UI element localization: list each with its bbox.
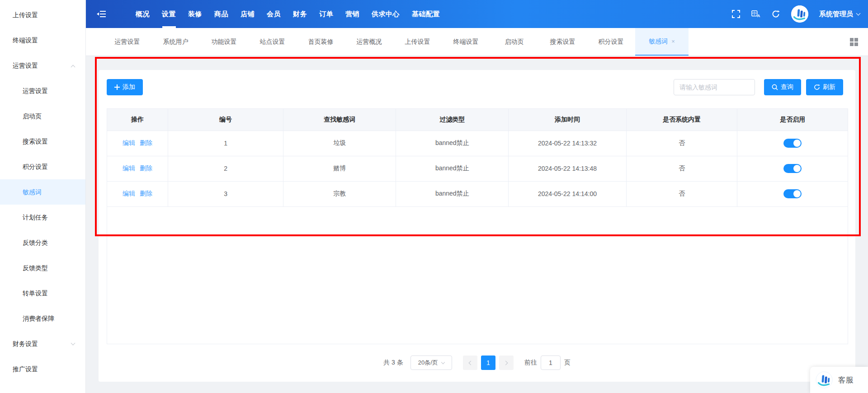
chevron-right-icon (503, 360, 508, 365)
tab-layout-grid-icon[interactable] (850, 38, 858, 46)
refresh-button-label: 刷新 (823, 83, 835, 91)
column-header-word: 查找敏感词 (283, 109, 396, 131)
nav-item-basic-config[interactable]: 基础配置 (412, 0, 440, 28)
column-header-filter-type: 过滤类型 (396, 109, 509, 131)
tab-operation-settings[interactable]: 运营设置 (103, 28, 151, 56)
cell-word: 宗教 (283, 181, 396, 206)
tab-search-settings[interactable]: 搜索设置 (538, 28, 587, 56)
svg-text:中: 中 (752, 11, 756, 16)
sidebar-item-terminal-settings[interactable]: 终端设置 (0, 28, 85, 53)
sidebar-item-feedback-type[interactable]: 反馈类型 (0, 255, 85, 281)
delete-link[interactable]: 删除 (140, 164, 152, 172)
nav-item-shops[interactable]: 店铺 (241, 0, 255, 28)
edit-link[interactable]: 编辑 (123, 139, 135, 146)
sidebar-item-label: 积分设置 (23, 163, 48, 170)
tab-system-users[interactable]: 系统用户 (151, 28, 200, 56)
edit-link[interactable]: 编辑 (123, 190, 135, 197)
cell-filter-type: banned禁止 (396, 131, 509, 156)
column-header-builtin: 是否系统内置 (626, 109, 737, 131)
tab-terminal-settings[interactable]: 终端设置 (442, 28, 490, 56)
enable-toggle[interactable] (783, 139, 802, 148)
chevron-down-icon (71, 341, 75, 346)
nav-item-overview[interactable]: 概况 (136, 0, 150, 28)
nav-item-marketing[interactable]: 营销 (345, 0, 359, 28)
sidebar-item-operation-settings[interactable]: 运营设置 (0, 78, 85, 103)
nav-item-settings[interactable]: 设置 (162, 0, 176, 28)
refresh-button[interactable]: 刷新 (806, 79, 843, 95)
delete-link[interactable]: 删除 (140, 190, 152, 197)
tab-site-settings[interactable]: 站点设置 (248, 28, 297, 56)
page-size-select[interactable]: 20条/页 (410, 356, 452, 370)
sidebar-item-label: 启动页 (23, 112, 42, 120)
goto-label: 前往 (524, 359, 537, 367)
refresh-icon (814, 84, 820, 90)
sidebar-item-finance-settings-group[interactable]: 财务设置 (0, 331, 85, 356)
sidebar-item-label: 反馈类型 (23, 264, 48, 271)
table-row: 编辑删除 1 垃圾 banned禁止 2024-05-22 14:13:32 否 (107, 131, 848, 156)
tab-operation-overview[interactable]: 运营概况 (345, 28, 393, 56)
sidebar-item-label: 终端设置 (13, 37, 38, 44)
tab-points-settings[interactable]: 积分设置 (587, 28, 635, 56)
sidebar-item-search-settings[interactable]: 搜索设置 (0, 129, 85, 154)
sidebar-item-upload-settings[interactable]: 上传设置 (0, 2, 85, 28)
sidebar-item-scheduled-tasks[interactable]: 计划任务 (0, 205, 85, 230)
edit-link[interactable]: 编辑 (123, 164, 135, 172)
support-logo-icon (816, 371, 833, 388)
tab-home-decoration[interactable]: 首页装修 (297, 28, 345, 56)
refresh-page-icon[interactable] (771, 9, 780, 19)
support-label: 客服 (838, 375, 854, 385)
content-card: 添加 查询 刷新 (99, 70, 855, 382)
sidebar-item-launch-page[interactable]: 启动页 (0, 103, 85, 129)
sidebar-item-consumer-protection[interactable]: 消费者保障 (0, 306, 85, 331)
user-menu[interactable]: 系统管理员 (819, 10, 860, 19)
query-button[interactable]: 查询 (764, 79, 801, 95)
sidebar-item-label: 上传设置 (13, 11, 38, 19)
close-tab-icon[interactable]: × (671, 38, 675, 45)
prev-page-button[interactable] (463, 356, 477, 370)
sidebar-item-feedback-category[interactable]: 反馈分类 (0, 230, 85, 255)
sidebar-item-points-settings[interactable]: 积分设置 (0, 154, 85, 179)
next-page-button[interactable] (499, 356, 514, 370)
sidebar-item-operation-settings-group[interactable]: 运营设置 (0, 53, 85, 78)
sidebar-item-transfer-settings[interactable]: 转单设置 (0, 281, 85, 306)
enable-toggle[interactable] (783, 164, 802, 173)
sidebar-item-label: 运营设置 (23, 87, 48, 94)
sidebar-item-promotion-settings[interactable]: 推广设置 (0, 356, 85, 382)
header-actions: 中 A 系统管理员 (731, 5, 860, 23)
tab-sensitive-words[interactable]: 敏感词 × (635, 28, 689, 56)
page-number-button[interactable]: 1 (481, 356, 495, 370)
nav-item-products[interactable]: 商品 (214, 0, 228, 28)
tab-upload-settings[interactable]: 上传设置 (393, 28, 442, 56)
sidebar-item-label: 计划任务 (23, 214, 48, 221)
sidebar-item-label: 敏感词 (23, 188, 42, 196)
add-button[interactable]: 添加 (107, 79, 143, 95)
nav-item-members[interactable]: 会员 (267, 0, 281, 28)
enable-toggle[interactable] (783, 189, 802, 198)
tab-launch-page[interactable]: 启动页 (490, 28, 538, 56)
nav-item-supply-demand[interactable]: 供求中心 (372, 0, 400, 28)
sidebar-item-sensitive-words[interactable]: 敏感词 (0, 179, 85, 205)
goto-page-input[interactable] (541, 356, 561, 370)
nav-item-finance[interactable]: 财务 (293, 0, 307, 28)
tab-function-settings[interactable]: 功能设置 (200, 28, 248, 56)
support-widget[interactable]: 客服 (810, 367, 868, 393)
chevron-down-icon (856, 11, 861, 15)
svg-text:A: A (757, 14, 760, 18)
cell-builtin: 否 (626, 156, 737, 181)
chevron-down-icon (441, 360, 445, 364)
nav-item-orders[interactable]: 订单 (319, 0, 333, 28)
tab-label: 敏感词 (649, 37, 668, 46)
translate-icon[interactable]: 中 A (751, 9, 760, 19)
chevron-up-icon (71, 65, 75, 70)
nav-item-decoration[interactable]: 装修 (188, 0, 202, 28)
cell-id: 3 (168, 181, 283, 206)
fullscreen-icon[interactable] (731, 9, 741, 19)
cell-time: 2024-05-22 14:13:32 (509, 131, 626, 156)
tab-bar: 运营设置 系统用户 功能设置 站点设置 首页装修 运营概况 上传设置 终端设置 … (86, 28, 868, 56)
delete-link[interactable]: 删除 (140, 139, 152, 146)
collapse-sidebar-icon[interactable] (97, 10, 106, 18)
search-input[interactable] (674, 79, 755, 95)
avatar[interactable] (791, 5, 808, 23)
table-row: 编辑删除 3 宗教 banned禁止 2024-05-22 14:14:00 否 (107, 181, 848, 206)
pagination: 共 3 条 20条/页 1 前往 页 (99, 355, 855, 371)
